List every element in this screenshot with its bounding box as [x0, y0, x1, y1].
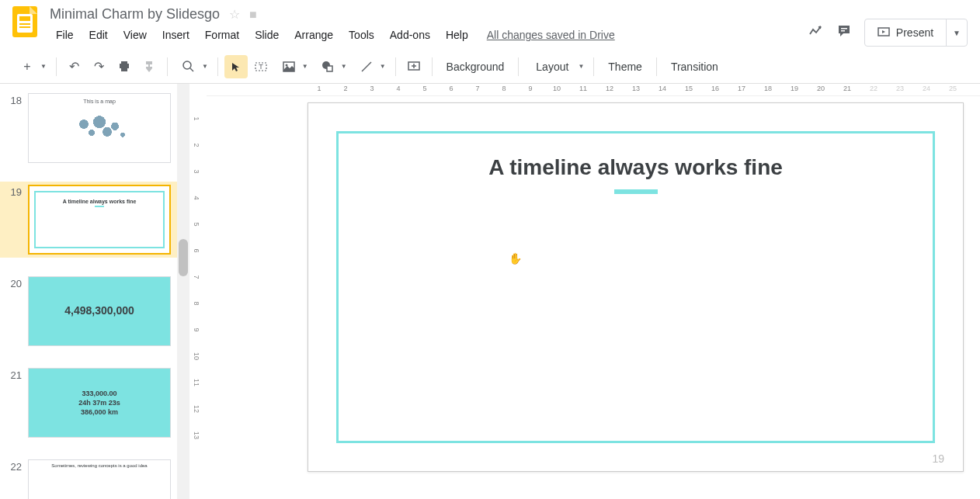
- undo-icon[interactable]: ↶: [63, 55, 86, 78]
- menu-arrange[interactable]: Arrange: [288, 26, 339, 44]
- comment-icon[interactable]: [836, 23, 852, 43]
- shape-button[interactable]: ▼: [313, 55, 350, 78]
- present-main[interactable]: Present: [865, 19, 947, 46]
- divider: [217, 57, 218, 76]
- main: 18 This is a map 19 A timeline always wo…: [0, 84, 980, 499]
- menu-slide[interactable]: Slide: [248, 26, 285, 44]
- divider: [656, 57, 657, 76]
- title-area: Minimal Charm by Slidesgo ☆ ■ File Edit …: [50, 6, 808, 44]
- menu-tools[interactable]: Tools: [342, 26, 381, 44]
- image-button[interactable]: ▼: [274, 55, 311, 78]
- horizontal-ruler: 1234567891011121314151617181920212223242…: [207, 84, 980, 96]
- paint-format-icon[interactable]: [137, 55, 161, 78]
- background-button[interactable]: Background: [439, 56, 513, 78]
- menu-view[interactable]: View: [117, 26, 153, 44]
- svg-rect-0: [841, 28, 847, 29]
- theme-button[interactable]: Theme: [600, 56, 650, 78]
- svg-line-4: [190, 68, 193, 71]
- play-icon: [877, 26, 890, 39]
- menu-edit[interactable]: Edit: [83, 26, 114, 44]
- slide-canvas[interactable]: A timeline always works fine 19 ✋: [308, 102, 964, 472]
- textbox-icon[interactable]: T: [249, 55, 273, 78]
- activity-icon[interactable]: [808, 23, 824, 43]
- svg-rect-10: [327, 66, 332, 71]
- divider: [56, 57, 57, 76]
- toolbar: +▼ ↶ ↷ ▼ T ▼ ▼ ▼ Background Layout▼ Them…: [0, 50, 980, 84]
- folder-icon[interactable]: ■: [249, 8, 257, 22]
- saved-status[interactable]: All changes saved in Drive: [487, 26, 615, 44]
- new-slide-button[interactable]: +▼: [12, 55, 50, 78]
- slide-panel[interactable]: 18 This is a map 19 A timeline always wo…: [0, 84, 177, 499]
- divider: [432, 57, 433, 76]
- divider: [593, 57, 594, 76]
- menu-help[interactable]: Help: [440, 26, 474, 44]
- canvas-area: 12345678910111213 1234567891011121314151…: [189, 84, 980, 499]
- menu-addons[interactable]: Add-ons: [384, 26, 436, 44]
- header-right: Present ▼: [808, 6, 968, 47]
- svg-point-3: [183, 61, 191, 69]
- app-header: Minimal Charm by Slidesgo ☆ ■ File Edit …: [0, 0, 980, 50]
- transition-button[interactable]: Transition: [663, 56, 726, 78]
- svg-line-11: [362, 62, 371, 71]
- print-icon[interactable]: [113, 55, 136, 78]
- doc-title[interactable]: Minimal Charm by Slidesgo: [50, 6, 220, 23]
- page-number: 19: [932, 452, 944, 465]
- zoom-button[interactable]: ▼: [174, 55, 211, 78]
- divider: [518, 57, 519, 76]
- slide-underline: [614, 189, 658, 194]
- menu-insert[interactable]: Insert: [156, 26, 196, 44]
- slide-title[interactable]: A timeline always works fine: [339, 155, 933, 180]
- hand-cursor-icon: ✋: [509, 252, 522, 265]
- slide-thumb-21[interactable]: 21 333,000.0024h 37m 23s386,000 km: [0, 365, 177, 441]
- sidebar-scrollbar[interactable]: [177, 84, 189, 499]
- divider: [167, 57, 168, 76]
- star-icon[interactable]: ☆: [229, 7, 240, 22]
- vertical-ruler: 12345678910111213: [189, 84, 207, 499]
- svg-text:T: T: [259, 63, 263, 71]
- slide-thumb-22[interactable]: 22 Sometimes, reviewing concepts is a go…: [0, 456, 177, 499]
- slides-logo[interactable]: [12, 6, 43, 37]
- present-dropdown[interactable]: ▼: [947, 29, 967, 37]
- svg-rect-1: [841, 30, 845, 32]
- present-button: Present ▼: [864, 19, 968, 47]
- comment-tool-icon[interactable]: [402, 55, 426, 78]
- slide-inner-border: A timeline always works fine: [336, 131, 935, 443]
- scroll-thumb[interactable]: [179, 239, 188, 276]
- present-label: Present: [896, 26, 933, 39]
- slide-thumb-18[interactable]: 18 This is a map: [0, 90, 177, 166]
- menu-bar: File Edit View Insert Format Slide Arran…: [50, 26, 808, 44]
- slide-thumb-19[interactable]: 19 A timeline always works fine: [0, 182, 177, 258]
- menu-file[interactable]: File: [50, 26, 80, 44]
- divider: [395, 57, 396, 76]
- layout-button[interactable]: Layout▼: [525, 56, 587, 78]
- select-tool-icon[interactable]: [224, 55, 248, 78]
- menu-format[interactable]: Format: [199, 26, 245, 44]
- redo-icon[interactable]: ↷: [88, 55, 111, 78]
- slide-thumb-20[interactable]: 20 4,498,300,000: [0, 273, 177, 349]
- line-button[interactable]: ▼: [352, 55, 389, 78]
